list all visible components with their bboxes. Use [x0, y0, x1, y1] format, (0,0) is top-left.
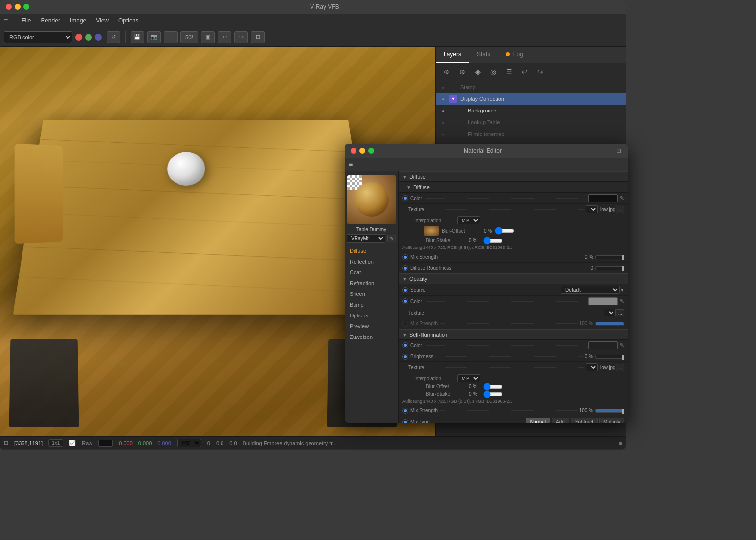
mix-strength-bar[interactable]	[595, 255, 624, 259]
eye-icon[interactable]: ●	[440, 107, 446, 114]
layer-background[interactable]: ● Background	[436, 105, 626, 116]
nav-zuweisen[interactable]: Zuweisen	[345, 332, 398, 342]
color-space-select[interactable]: HSV	[177, 439, 201, 447]
layer-stamp[interactable]: ● Stamp	[436, 81, 626, 93]
si-mix-type-radio[interactable]	[402, 419, 408, 423]
redo-layers-btn[interactable]: ↪	[534, 66, 547, 78]
me-expand-btn[interactable]: ⊡	[615, 147, 623, 155]
camera-icon[interactable]: 📷	[147, 31, 161, 43]
material-type-select[interactable]: VRayMtl	[347, 234, 385, 243]
si-blur-offset-slider[interactable]	[483, 385, 503, 389]
nav-refraction[interactable]: Refraction	[345, 278, 398, 289]
si-tex-select[interactable]: ▼	[586, 363, 598, 371]
add-correction-btn[interactable]: ⊕	[455, 66, 469, 78]
mix-type-multiply[interactable]: Multiply	[599, 418, 624, 423]
me-minimize-btn[interactable]	[359, 148, 365, 154]
list-view-btn[interactable]: ☰	[502, 66, 516, 78]
me-minimize2-btn[interactable]: —	[603, 147, 611, 155]
menu-icon-status[interactable]: ≡	[619, 440, 622, 446]
me-close-btn[interactable]	[351, 148, 356, 154]
opacity-color-edit-icon[interactable]: ✎	[620, 298, 624, 305]
blur-offset-slider[interactable]	[495, 229, 514, 233]
channel-select[interactable]: RGB color Alpha Diffuse	[4, 31, 72, 43]
source-select[interactable]: Default	[561, 286, 620, 294]
nav-preview[interactable]: Preview	[345, 321, 398, 332]
menu-image[interactable]: Image	[70, 17, 86, 24]
save-icon[interactable]: 💾	[131, 31, 144, 43]
nav-options[interactable]: Options	[345, 310, 398, 321]
scale-indicator[interactable]: 1x1	[48, 439, 63, 447]
mix-type-subtract[interactable]: Subtract	[571, 418, 598, 423]
layer-display-correction[interactable]: ● ▼ Display Correction	[436, 93, 626, 105]
si-color-edit-icon[interactable]: ✎	[620, 342, 624, 349]
opacity-tex-more-btn[interactable]: ...	[616, 309, 624, 316]
texture-more-btn[interactable]: ...	[616, 206, 624, 213]
source-expand-icon[interactable]: ▼	[620, 287, 624, 292]
mode-label[interactable]: Raw	[82, 440, 92, 446]
si-mix-bar[interactable]	[595, 409, 624, 413]
layer-lookup-table[interactable]: ● Lookup Table	[436, 116, 626, 128]
refresh-icon[interactable]: ↺	[107, 31, 120, 43]
cursor-icon[interactable]: ⊹	[164, 31, 178, 43]
eye-icon[interactable]: ●	[440, 131, 446, 137]
me-maximize-btn[interactable]	[368, 148, 374, 154]
blur-strength-slider[interactable]	[483, 239, 503, 243]
close-button[interactable]	[6, 4, 12, 10]
display-icon[interactable]: ▣	[201, 31, 215, 43]
red-channel-dot[interactable]	[75, 34, 82, 41]
opacity-tex-select[interactable]: ▼	[604, 309, 616, 316]
si-blur-strength-slider[interactable]	[483, 392, 503, 396]
nav-diffuse[interactable]: Diffuse	[345, 246, 398, 256]
opacity-mix-radio[interactable]	[402, 321, 408, 327]
eye-icon[interactable]: ●	[440, 84, 446, 90]
tab-log[interactable]: Log	[498, 47, 531, 63]
nav-sheen[interactable]: Sheen	[345, 289, 398, 299]
stamp-icon[interactable]: ⊟	[251, 31, 265, 43]
si-brightness-radio[interactable]	[402, 354, 408, 360]
color-edit-icon[interactable]: ✎	[620, 195, 624, 202]
hamburger-icon[interactable]: ≡	[4, 17, 8, 24]
roughness-bar[interactable]	[595, 266, 624, 270]
si-interp-select[interactable]: MIP	[457, 374, 480, 382]
scale-btn[interactable]: 50²	[180, 31, 198, 43]
source-radio[interactable]	[402, 287, 408, 293]
brightness-bar[interactable]	[595, 355, 624, 359]
maximize-button[interactable]	[23, 4, 29, 10]
layer-filmic[interactable]: ● Filmic tonemap	[436, 128, 626, 140]
interp-select[interactable]: MIP	[457, 216, 480, 224]
si-mix-radio[interactable]	[402, 408, 408, 414]
eye-icon[interactable]: ●	[440, 119, 446, 126]
mix-strength-thumb[interactable]	[622, 255, 624, 260]
si-mix-thumb[interactable]	[622, 409, 624, 414]
menu-view[interactable]: View	[96, 17, 109, 24]
nav-bump[interactable]: Bump	[345, 299, 398, 310]
opacity-color-swatch[interactable]	[588, 297, 618, 305]
mix-type-normal[interactable]: Normal	[526, 418, 550, 423]
si-color-radio[interactable]	[402, 342, 408, 348]
diffuse-color-radio[interactable]	[402, 195, 408, 201]
roughness-thumb[interactable]	[622, 266, 624, 271]
menu-render[interactable]: Render	[41, 17, 60, 24]
add-denoise-btn[interactable]: ◎	[487, 66, 500, 78]
tab-layers[interactable]: Layers	[436, 47, 469, 63]
tab-stats[interactable]: Stats	[469, 47, 498, 63]
mix-strength-radio[interactable]	[402, 254, 408, 260]
undo-icon[interactable]: ↩	[218, 31, 231, 43]
green-channel-dot[interactable]	[85, 34, 92, 41]
nav-coat[interactable]: Coat	[345, 267, 398, 278]
texture-type-select[interactable]: ▼	[586, 205, 598, 213]
edit-material-btn[interactable]: ✎	[387, 235, 396, 242]
me-hamburger-icon[interactable]: ≡	[349, 160, 353, 168]
undo-layers-btn[interactable]: ↩	[518, 66, 532, 78]
brightness-thumb[interactable]	[622, 355, 624, 360]
menu-options[interactable]: Options	[118, 17, 138, 24]
add-layer-btn[interactable]: ⊕	[440, 66, 453, 78]
blue-channel-dot[interactable]	[95, 34, 102, 41]
si-color-swatch[interactable]	[588, 341, 618, 349]
diffuse-color-swatch[interactable]	[588, 194, 618, 202]
minimize-button[interactable]	[15, 4, 21, 10]
si-tex-more-btn[interactable]: ...	[616, 364, 624, 371]
menu-file[interactable]: File	[22, 17, 31, 24]
eye-icon[interactable]: ●	[440, 95, 446, 102]
opacity-color-radio[interactable]	[402, 298, 408, 304]
